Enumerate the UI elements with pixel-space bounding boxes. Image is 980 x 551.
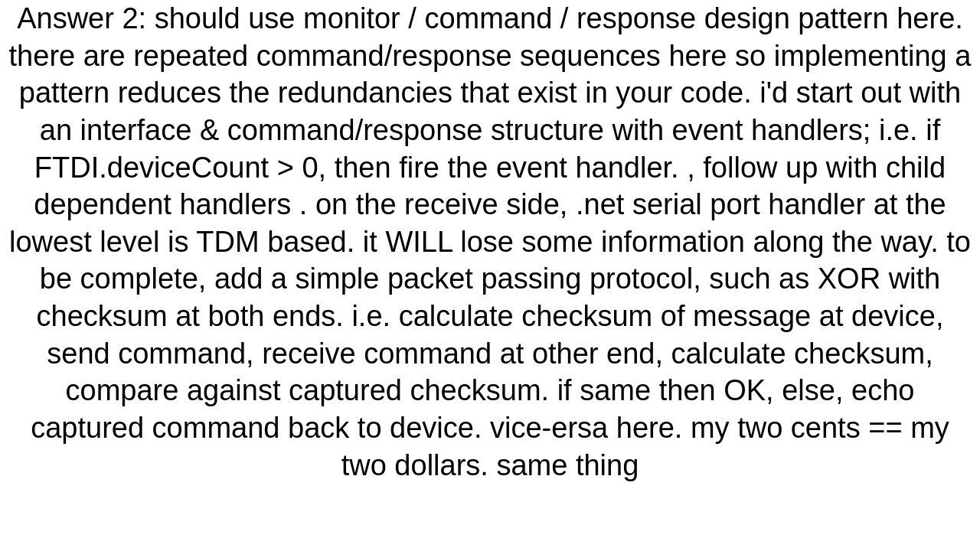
- answer-text: Answer 2: should use monitor / command /…: [8, 0, 972, 484]
- content-area: Answer 2: should use monitor / command /…: [0, 0, 980, 551]
